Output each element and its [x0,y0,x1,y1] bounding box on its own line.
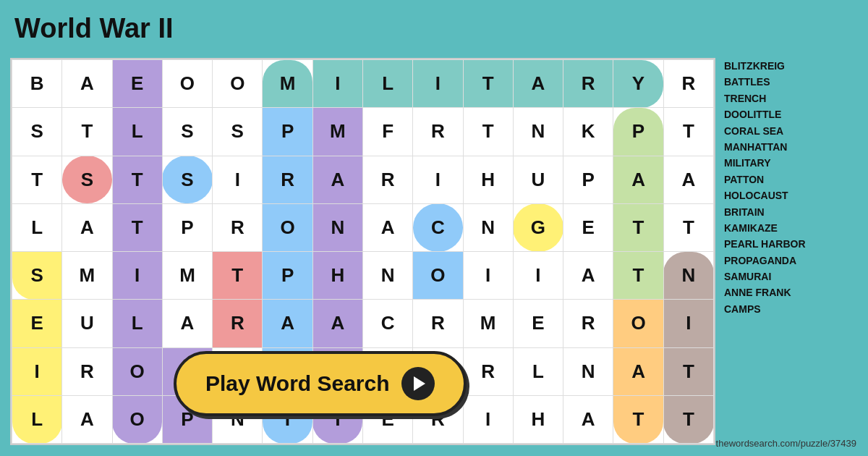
cell: H [312,252,362,300]
cell: R [463,347,513,395]
cell: N [563,347,613,395]
cell: T [613,252,663,300]
cell: R [263,156,312,203]
cell: R [213,300,263,347]
cell: S [213,108,263,156]
play-button[interactable]: Play Word Search [174,351,467,416]
cell: A [62,203,112,251]
word-list-item: BRITAIN [724,204,858,220]
cell: B [12,60,62,108]
word-list-item: PEARL HARBOR [724,236,858,252]
word-list-item: ANNE FRANK [724,284,858,300]
cell: M [62,252,112,300]
cell: A [62,395,112,443]
word-list-item: BLITZKREIG [724,58,858,74]
cell: N [362,252,412,300]
cell: A [513,60,563,108]
cell: L [112,108,162,156]
cell: C [362,300,412,347]
play-button-container: Play Word Search [174,351,467,416]
cell: T [112,156,162,203]
cell: T [62,108,112,156]
cell: O [112,347,162,395]
cell: L [362,60,412,108]
cell: A [263,300,312,347]
cell: R [62,347,112,395]
word-list-item: BATTLES [724,74,858,90]
cell: T [463,108,513,156]
cell: I [413,60,463,108]
cell: R [563,60,613,108]
cell: U [62,300,112,347]
cell: I [663,300,713,347]
word-list-item: PROPAGANDA [724,253,858,269]
cell: R [413,108,463,156]
page-title: World War II [14,13,174,44]
cell: I [213,156,263,203]
cell: S [162,108,212,156]
cell: R [362,156,412,203]
cell: R [563,300,613,347]
cell: T [613,203,663,251]
cell: M [312,108,362,156]
cell: R [213,203,263,251]
cell: E [12,300,62,347]
cell: A [613,156,663,203]
word-list-item: MANHATTAN [724,139,858,155]
cell: E [563,203,613,251]
cell: L [12,203,62,251]
cell: A [162,300,212,347]
cell: F [362,108,412,156]
cell: H [513,395,563,443]
cell: N [663,252,713,300]
word-list-item: CAMPS [724,301,858,317]
word-list-item: KAMIKAZE [724,220,858,236]
word-list: BLITZKREIG BATTLES TRENCH DOOLITTLE CORA… [724,58,858,317]
cell: S [12,252,62,300]
cell: T [213,252,263,300]
cell: C [413,203,463,251]
cell: I [413,156,463,203]
cell: A [362,203,412,251]
cell: T [613,395,663,443]
cell: I [12,347,62,395]
cell: S [62,156,112,203]
play-icon [401,367,435,400]
cell: Y [613,60,663,108]
cell: T [463,60,513,108]
cell: I [513,252,563,300]
word-list-item: TRENCH [724,90,858,106]
cell: I [463,252,513,300]
cell: S [162,156,212,203]
cell: I [312,60,362,108]
cell: A [563,395,613,443]
cell: O [162,60,212,108]
cell: O [613,300,663,347]
word-list-item: DOOLITTLE [724,106,858,122]
cell: A [312,156,362,203]
word-list-item: PATTON [724,172,858,187]
cell: K [563,108,613,156]
cell: S [12,108,62,156]
cell: I [112,252,162,300]
cell: P [613,108,663,156]
cell: L [112,300,162,347]
cell: R [413,300,463,347]
cell: A [613,347,663,395]
cell: A [62,60,112,108]
cell: A [663,156,713,203]
cell: A [563,252,613,300]
cell: U [513,156,563,203]
footer-url: thewordsearch.com/puzzle/37439 [716,438,856,449]
cell: L [513,347,563,395]
cell: T [663,203,713,251]
cell: T [663,347,713,395]
cell: T [663,395,713,443]
cell: A [312,300,362,347]
cell: T [112,203,162,251]
cell: M [463,300,513,347]
cell: N [513,108,563,156]
cell: P [162,203,212,251]
cell: T [663,108,713,156]
cell: O [263,203,312,251]
